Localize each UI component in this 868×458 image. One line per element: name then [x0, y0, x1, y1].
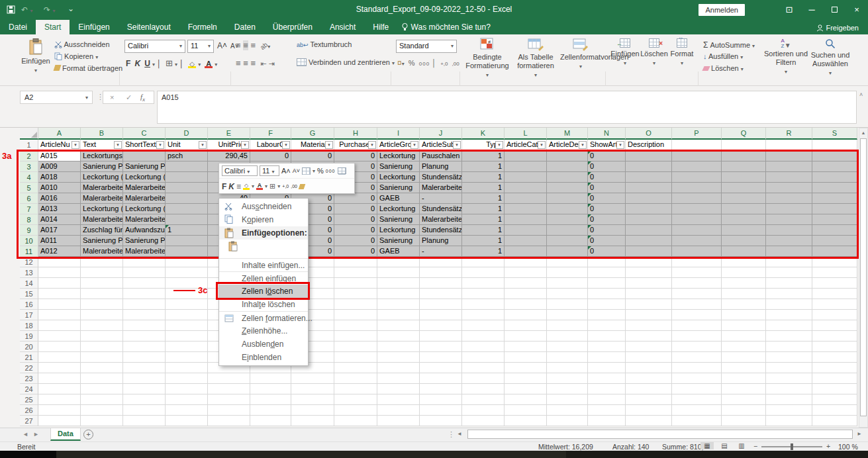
- cell-N5[interactable]: 0: [588, 183, 626, 193]
- cell-F26[interactable]: [250, 405, 291, 416]
- decrease-decimal-icon[interactable]: ,00: [452, 61, 459, 67]
- menu-item-paste-options[interactable]: Einfügeoptionen:: [219, 226, 308, 240]
- vertical-scroll-thumb[interactable]: [860, 138, 867, 416]
- cell-L15[interactable]: [505, 289, 547, 299]
- cell-C13[interactable]: [123, 267, 166, 278]
- cell-A10[interactable]: A011: [38, 236, 81, 246]
- cell-S4[interactable]: [812, 172, 857, 183]
- copy-button[interactable]: Kopieren ▾: [54, 52, 98, 60]
- font-size-combo[interactable]: 11▾: [187, 40, 214, 53]
- cell-I1[interactable]: ArticleGro▼: [377, 140, 420, 151]
- cell-A27[interactable]: [38, 416, 81, 426]
- cell-A6[interactable]: A016: [38, 193, 81, 204]
- tab-überprüfen[interactable]: Überprüfen: [264, 20, 321, 34]
- cell-A8[interactable]: A014: [38, 214, 81, 225]
- cell-M18[interactable]: [547, 320, 588, 331]
- cell-I27[interactable]: [377, 416, 420, 426]
- cell-M2[interactable]: [547, 151, 588, 161]
- zoom-level[interactable]: 100 %: [838, 443, 858, 451]
- cell-A17[interactable]: [38, 310, 81, 320]
- cell-Q27[interactable]: [722, 416, 766, 426]
- cell-M3[interactable]: [547, 161, 588, 172]
- cell-L12[interactable]: [505, 257, 547, 267]
- cell-K16[interactable]: [462, 299, 505, 310]
- cell-M19[interactable]: [547, 331, 588, 342]
- cell-J15[interactable]: [420, 289, 462, 299]
- cell-K13[interactable]: [462, 267, 505, 278]
- cell-K22[interactable]: [462, 363, 505, 373]
- cell-I26[interactable]: [377, 405, 420, 416]
- zoom-slider-handle[interactable]: [791, 443, 793, 450]
- cell-J12[interactable]: [420, 257, 462, 267]
- cell-H20[interactable]: [334, 342, 377, 352]
- row-header-8[interactable]: 8: [20, 214, 38, 225]
- filter-dropdown-icon-A[interactable]: ▼: [72, 141, 79, 149]
- wrap-text-button[interactable]: ab↩ Textumbruch: [297, 40, 352, 48]
- cell-K14[interactable]: [462, 278, 505, 289]
- cell-K21[interactable]: [462, 352, 505, 363]
- cell-S5[interactable]: [812, 183, 857, 193]
- cell-N22[interactable]: [588, 363, 626, 373]
- cell-R27[interactable]: [766, 416, 812, 426]
- row-header-10[interactable]: 10: [20, 236, 38, 246]
- cell-M27[interactable]: [547, 416, 588, 426]
- cell-P6[interactable]: [672, 193, 722, 204]
- cell-B6[interactable]: Malerarbeite: [81, 193, 123, 204]
- cell-R24[interactable]: [766, 384, 812, 394]
- sign-in-button[interactable]: Anmelden: [699, 4, 745, 16]
- cell-A2[interactable]: A015: [38, 151, 81, 161]
- cell-K5[interactable]: 1: [462, 183, 505, 193]
- cell-B7[interactable]: Leckortung (: [81, 204, 123, 214]
- cell-N7[interactable]: 0: [588, 204, 626, 214]
- cell-C20[interactable]: [123, 342, 166, 352]
- cell-A24[interactable]: [38, 384, 81, 394]
- cell-L9[interactable]: [505, 225, 547, 236]
- cell-L10[interactable]: [505, 236, 547, 246]
- cell-Q7[interactable]: [722, 204, 766, 214]
- cell-J24[interactable]: [420, 384, 462, 394]
- cell-O1[interactable]: Description: [626, 140, 672, 151]
- cell-S27[interactable]: [812, 416, 857, 426]
- cell-N16[interactable]: [588, 299, 626, 310]
- cell-H19[interactable]: [334, 331, 377, 342]
- cell-R21[interactable]: [766, 352, 812, 363]
- cell-S9[interactable]: [812, 225, 857, 236]
- cell-R6[interactable]: [766, 193, 812, 204]
- column-header-K[interactable]: K: [462, 128, 505, 140]
- cell-I23[interactable]: [377, 373, 420, 384]
- fill-color-icon[interactable]: ◇: [188, 60, 196, 68]
- cell-H8[interactable]: 0: [334, 214, 377, 225]
- cell-D23[interactable]: [166, 373, 208, 384]
- cell-I19[interactable]: [377, 331, 420, 342]
- cell-M17[interactable]: [547, 310, 588, 320]
- find-select-button[interactable]: Suchen und Auswählen▾: [809, 38, 851, 77]
- cell-G24[interactable]: [291, 384, 334, 394]
- cell-J17[interactable]: [420, 310, 462, 320]
- cell-B25[interactable]: [81, 394, 123, 405]
- cell-L4[interactable]: [505, 172, 547, 183]
- cell-N15[interactable]: [588, 289, 626, 299]
- cell-A3[interactable]: A009: [38, 161, 81, 172]
- cell-G25[interactable]: [291, 394, 334, 405]
- cell-B10[interactable]: Sanierung Pla: [81, 236, 123, 246]
- cell-S18[interactable]: [812, 320, 857, 331]
- cell-A1[interactable]: ArticleNu▼: [38, 140, 81, 151]
- mini-italic-icon[interactable]: K: [228, 182, 234, 191]
- cell-O27[interactable]: [626, 416, 672, 426]
- cell-O12[interactable]: [626, 257, 672, 267]
- cancel-icon[interactable]: ×: [110, 93, 114, 101]
- cell-B2[interactable]: Leckortungsp: [81, 151, 123, 161]
- enter-icon[interactable]: ✓: [126, 93, 132, 102]
- cell-O3[interactable]: [626, 161, 672, 172]
- cell-B3[interactable]: Sanierung Pla: [81, 161, 123, 172]
- row-header-6[interactable]: 6: [20, 193, 38, 204]
- cell-O18[interactable]: [626, 320, 672, 331]
- cell-N19[interactable]: [588, 331, 626, 342]
- filter-dropdown-icon-I[interactable]: ▼: [410, 141, 418, 149]
- filter-dropdown-icon-K[interactable]: ▼: [495, 141, 503, 149]
- cell-I9[interactable]: Leckortung: [377, 225, 420, 236]
- row-header-7[interactable]: 7: [20, 204, 38, 214]
- mini-borders-icon[interactable]: ⊞: [269, 182, 275, 191]
- formula-bar-collapse-icon[interactable]: ˄: [859, 91, 863, 98]
- cell-H7[interactable]: 0: [334, 204, 377, 214]
